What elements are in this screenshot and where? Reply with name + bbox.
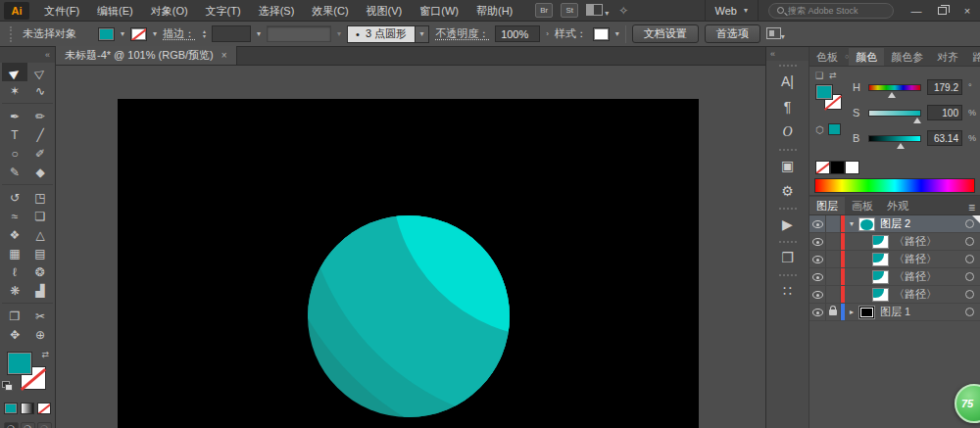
none-swatch[interactable] [815, 161, 830, 174]
layer-row-path[interactable]: 〈路径〉 [809, 233, 980, 251]
visibility-toggle[interactable] [809, 268, 826, 285]
path-name[interactable]: 〈路径〉 [894, 252, 961, 266]
fill-proxy[interactable] [815, 84, 833, 100]
search-input[interactable] [788, 6, 885, 16]
target-circle[interactable] [965, 219, 974, 228]
none-button[interactable] [37, 403, 51, 414]
preferences-button[interactable]: 首选项 [705, 24, 760, 43]
swap-colors-icon[interactable]: ⇄ [829, 71, 837, 80]
artboard[interactable] [118, 99, 699, 428]
variable-width-profile[interactable] [267, 25, 331, 42]
layer-row-path[interactable]: 〈路径〉 [809, 286, 980, 304]
minimize-button[interactable]: — [904, 0, 929, 22]
lock-toggle[interactable] [826, 268, 841, 285]
menu-type[interactable]: 文字(T) [197, 0, 250, 22]
saturation-slider[interactable] [868, 110, 921, 117]
symbol-sprayer-tool[interactable]: ❋ [2, 281, 27, 300]
lasso-tool[interactable]: ∿ [27, 81, 53, 100]
close-button[interactable]: × [955, 0, 980, 22]
bridge-icon[interactable]: Br [535, 3, 553, 18]
brightness-value[interactable]: 63.14 [927, 130, 962, 146]
export-panel-icon[interactable]: ❒ [773, 245, 803, 270]
draw-behind-mode[interactable]: ❍ [21, 422, 35, 428]
graphic-styles-panel-icon[interactable]: ⚙ [773, 178, 803, 204]
color-button[interactable] [4, 403, 18, 414]
path-name[interactable]: 〈路径〉 [894, 287, 961, 302]
layer-name[interactable]: 图层 2 [880, 216, 961, 231]
arrange-documents-dropdown[interactable]: ▾ [766, 27, 785, 41]
default-fill-stroke-icon[interactable] [2, 381, 12, 390]
draw-inside-mode[interactable]: ❍ [37, 422, 52, 428]
opacity-expand-icon[interactable]: › [546, 29, 549, 38]
visibility-toggle[interactable] [809, 304, 826, 320]
saturation-thumb[interactable] [913, 118, 921, 123]
character-panel-icon[interactable]: A| [773, 69, 803, 94]
lock-toggle[interactable] [826, 304, 841, 320]
path-thumbnail[interactable] [872, 235, 889, 249]
zoom-tool[interactable]: ⊕ [27, 325, 53, 344]
arrange-documents-icon[interactable]: ▾ [586, 4, 609, 18]
stock-search[interactable] [768, 3, 894, 19]
drag-grip[interactable] [10, 26, 13, 42]
gradient-button[interactable] [21, 403, 34, 414]
pen-tool[interactable]: ✒ [2, 107, 27, 125]
path-thumbnail[interactable] [872, 288, 889, 302]
sphere-artwork[interactable] [308, 215, 510, 417]
style-chevron-icon[interactable]: ▾ [615, 29, 619, 38]
path-thumbnail[interactable] [872, 270, 889, 284]
brightness-slider[interactable] [868, 135, 921, 142]
lock-toggle[interactable] [826, 215, 841, 232]
draw-normal-mode[interactable]: ❍ [4, 422, 19, 428]
opentype-panel-icon[interactable]: O [773, 119, 803, 145]
stroke-swatch[interactable] [130, 27, 147, 41]
gradient-tool[interactable]: ▤ [27, 244, 53, 262]
stroke-weight-label[interactable]: 描边： [163, 26, 195, 41]
layer-name[interactable]: 图层 1 [880, 305, 961, 319]
path-thumbnail[interactable] [872, 253, 889, 266]
paragraph-panel-icon[interactable]: ¶ [773, 94, 803, 119]
target-circle[interactable] [965, 255, 974, 263]
lock-toggle[interactable] [826, 233, 841, 250]
tab-align[interactable]: 对齐 [930, 48, 965, 66]
magic-wand-tool[interactable]: ✶ [2, 81, 27, 100]
path-name[interactable]: 〈路径〉 [894, 269, 961, 284]
actions-panel-icon[interactable]: ▶ [773, 212, 803, 237]
drag-handle[interactable] [779, 274, 797, 276]
strip-collapse[interactable]: « [766, 47, 808, 61]
scale-tool[interactable]: ◳ [27, 188, 53, 207]
menu-file[interactable]: 文件(F) [35, 0, 88, 22]
stroke-weight-chevron-icon[interactable]: ▾ [257, 29, 261, 38]
stock-icon[interactable]: St [561, 3, 578, 18]
direct-selection-tool[interactable]: ▷ [27, 63, 53, 81]
drag-handle[interactable] [779, 65, 797, 67]
blend-tool[interactable]: ❂ [27, 262, 53, 281]
app-logo[interactable]: Ai [4, 2, 29, 20]
layer-thumbnail[interactable] [858, 306, 875, 319]
target-circle[interactable] [965, 237, 974, 246]
perspective-grid-tool[interactable]: △ [27, 225, 53, 244]
menu-effect[interactable]: 效果(C) [303, 0, 357, 22]
tab-pathfinder[interactable]: 路径查 [965, 48, 980, 66]
hue-thumb[interactable] [888, 92, 896, 98]
tab-swatches[interactable]: 色板 [809, 48, 845, 66]
menu-select[interactable]: 选择(S) [250, 0, 304, 22]
lock-toggle[interactable] [826, 251, 841, 267]
ellipse-tool[interactable]: ○ [2, 144, 27, 163]
eyedropper-tool[interactable]: ℓ [2, 262, 27, 281]
fill-color-well[interactable] [7, 352, 32, 375]
tab-color-guide[interactable]: 颜色参 [884, 48, 930, 66]
tab-close-icon[interactable]: × [221, 50, 227, 61]
free-transform-tool[interactable]: ❏ [27, 207, 53, 225]
restore-button[interactable] [929, 0, 955, 22]
swap-fill-stroke-icon[interactable]: ⇄ [41, 350, 49, 359]
lock-toggle[interactable] [826, 286, 841, 303]
mesh-tool[interactable]: ▦ [2, 244, 27, 262]
complement-icon[interactable]: ❑ [815, 71, 823, 80]
selection-tool[interactable]: ▶ [2, 63, 27, 81]
fill-swatch[interactable] [98, 27, 115, 41]
saturation-value[interactable]: 100 [927, 105, 962, 120]
rotate-tool[interactable]: ↺ [2, 188, 27, 207]
tab-layers[interactable]: 图层 [809, 197, 845, 214]
panel-menu-icon[interactable]: ≡ [963, 201, 980, 214]
drag-handle[interactable] [779, 208, 797, 210]
